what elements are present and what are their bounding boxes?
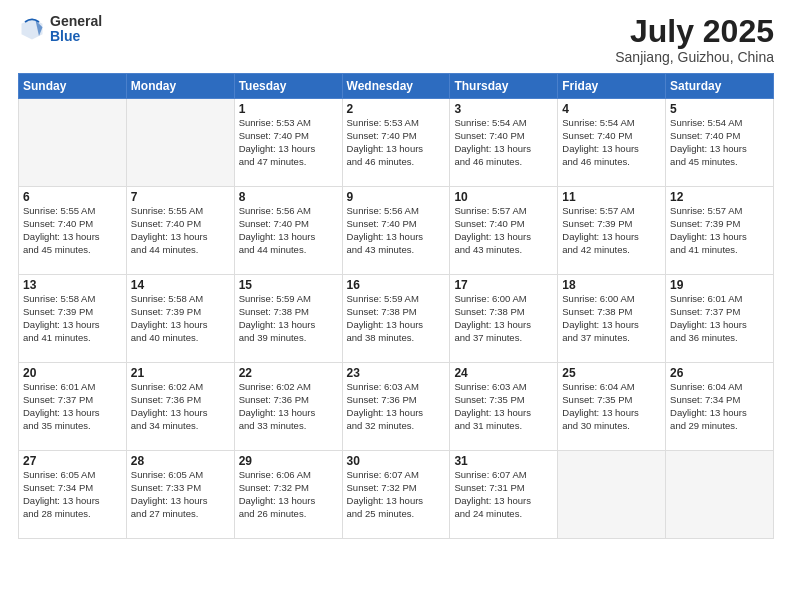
day-info: Sunrise: 5:55 AM Sunset: 7:40 PM Dayligh…: [131, 205, 230, 256]
day-info: Sunrise: 5:53 AM Sunset: 7:40 PM Dayligh…: [239, 117, 338, 168]
day-cell: 4Sunrise: 5:54 AM Sunset: 7:40 PM Daylig…: [558, 99, 666, 187]
day-number: 16: [347, 278, 446, 292]
day-cell: 3Sunrise: 5:54 AM Sunset: 7:40 PM Daylig…: [450, 99, 558, 187]
day-number: 19: [670, 278, 769, 292]
day-number: 31: [454, 454, 553, 468]
day-number: 23: [347, 366, 446, 380]
day-info: Sunrise: 5:58 AM Sunset: 7:39 PM Dayligh…: [131, 293, 230, 344]
day-info: Sunrise: 6:00 AM Sunset: 7:38 PM Dayligh…: [454, 293, 553, 344]
day-number: 26: [670, 366, 769, 380]
day-number: 27: [23, 454, 122, 468]
day-cell: 22Sunrise: 6:02 AM Sunset: 7:36 PM Dayli…: [234, 363, 342, 451]
col-sunday: Sunday: [19, 74, 127, 99]
col-thursday: Thursday: [450, 74, 558, 99]
day-cell: 2Sunrise: 5:53 AM Sunset: 7:40 PM Daylig…: [342, 99, 450, 187]
col-saturday: Saturday: [666, 74, 774, 99]
day-cell: 21Sunrise: 6:02 AM Sunset: 7:36 PM Dayli…: [126, 363, 234, 451]
day-cell: 14Sunrise: 5:58 AM Sunset: 7:39 PM Dayli…: [126, 275, 234, 363]
day-cell: 7Sunrise: 5:55 AM Sunset: 7:40 PM Daylig…: [126, 187, 234, 275]
day-info: Sunrise: 6:07 AM Sunset: 7:31 PM Dayligh…: [454, 469, 553, 520]
day-info: Sunrise: 6:05 AM Sunset: 7:34 PM Dayligh…: [23, 469, 122, 520]
day-number: 28: [131, 454, 230, 468]
day-info: Sunrise: 5:53 AM Sunset: 7:40 PM Dayligh…: [347, 117, 446, 168]
day-cell: 17Sunrise: 6:00 AM Sunset: 7:38 PM Dayli…: [450, 275, 558, 363]
week-row-3: 13Sunrise: 5:58 AM Sunset: 7:39 PM Dayli…: [19, 275, 774, 363]
day-number: 21: [131, 366, 230, 380]
day-number: 9: [347, 190, 446, 204]
month-title: July 2025: [615, 14, 774, 49]
day-number: 1: [239, 102, 338, 116]
day-number: 14: [131, 278, 230, 292]
day-number: 5: [670, 102, 769, 116]
day-number: 4: [562, 102, 661, 116]
day-cell: 26Sunrise: 6:04 AM Sunset: 7:34 PM Dayli…: [666, 363, 774, 451]
col-wednesday: Wednesday: [342, 74, 450, 99]
day-number: 17: [454, 278, 553, 292]
day-cell: [666, 451, 774, 539]
title-block: July 2025 Sanjiang, Guizhou, China: [615, 14, 774, 65]
col-monday: Monday: [126, 74, 234, 99]
day-number: 30: [347, 454, 446, 468]
day-info: Sunrise: 6:06 AM Sunset: 7:32 PM Dayligh…: [239, 469, 338, 520]
day-number: 12: [670, 190, 769, 204]
header: General Blue July 2025 Sanjiang, Guizhou…: [18, 14, 774, 65]
day-number: 11: [562, 190, 661, 204]
logo-general: General: [50, 14, 102, 29]
day-info: Sunrise: 5:59 AM Sunset: 7:38 PM Dayligh…: [239, 293, 338, 344]
day-info: Sunrise: 5:56 AM Sunset: 7:40 PM Dayligh…: [239, 205, 338, 256]
week-row-5: 27Sunrise: 6:05 AM Sunset: 7:34 PM Dayli…: [19, 451, 774, 539]
day-cell: 23Sunrise: 6:03 AM Sunset: 7:36 PM Dayli…: [342, 363, 450, 451]
day-info: Sunrise: 5:58 AM Sunset: 7:39 PM Dayligh…: [23, 293, 122, 344]
day-info: Sunrise: 5:59 AM Sunset: 7:38 PM Dayligh…: [347, 293, 446, 344]
day-cell: 16Sunrise: 5:59 AM Sunset: 7:38 PM Dayli…: [342, 275, 450, 363]
day-info: Sunrise: 6:07 AM Sunset: 7:32 PM Dayligh…: [347, 469, 446, 520]
day-cell: 20Sunrise: 6:01 AM Sunset: 7:37 PM Dayli…: [19, 363, 127, 451]
day-cell: 28Sunrise: 6:05 AM Sunset: 7:33 PM Dayli…: [126, 451, 234, 539]
day-number: 6: [23, 190, 122, 204]
day-info: Sunrise: 5:54 AM Sunset: 7:40 PM Dayligh…: [670, 117, 769, 168]
day-number: 29: [239, 454, 338, 468]
week-row-1: 1Sunrise: 5:53 AM Sunset: 7:40 PM Daylig…: [19, 99, 774, 187]
col-friday: Friday: [558, 74, 666, 99]
day-cell: 1Sunrise: 5:53 AM Sunset: 7:40 PM Daylig…: [234, 99, 342, 187]
day-info: Sunrise: 6:04 AM Sunset: 7:34 PM Dayligh…: [670, 381, 769, 432]
logo: General Blue: [18, 14, 102, 45]
day-number: 22: [239, 366, 338, 380]
day-cell: 13Sunrise: 5:58 AM Sunset: 7:39 PM Dayli…: [19, 275, 127, 363]
day-cell: 24Sunrise: 6:03 AM Sunset: 7:35 PM Dayli…: [450, 363, 558, 451]
day-info: Sunrise: 6:00 AM Sunset: 7:38 PM Dayligh…: [562, 293, 661, 344]
day-info: Sunrise: 6:01 AM Sunset: 7:37 PM Dayligh…: [23, 381, 122, 432]
day-number: 10: [454, 190, 553, 204]
day-cell: 12Sunrise: 5:57 AM Sunset: 7:39 PM Dayli…: [666, 187, 774, 275]
day-info: Sunrise: 6:05 AM Sunset: 7:33 PM Dayligh…: [131, 469, 230, 520]
day-number: 25: [562, 366, 661, 380]
day-cell: 10Sunrise: 5:57 AM Sunset: 7:40 PM Dayli…: [450, 187, 558, 275]
logo-text: General Blue: [50, 14, 102, 45]
week-row-2: 6Sunrise: 5:55 AM Sunset: 7:40 PM Daylig…: [19, 187, 774, 275]
day-number: 13: [23, 278, 122, 292]
day-cell: 8Sunrise: 5:56 AM Sunset: 7:40 PM Daylig…: [234, 187, 342, 275]
day-cell: 25Sunrise: 6:04 AM Sunset: 7:35 PM Dayli…: [558, 363, 666, 451]
day-info: Sunrise: 6:03 AM Sunset: 7:35 PM Dayligh…: [454, 381, 553, 432]
day-cell: 15Sunrise: 5:59 AM Sunset: 7:38 PM Dayli…: [234, 275, 342, 363]
day-info: Sunrise: 6:01 AM Sunset: 7:37 PM Dayligh…: [670, 293, 769, 344]
header-row: Sunday Monday Tuesday Wednesday Thursday…: [19, 74, 774, 99]
page: General Blue July 2025 Sanjiang, Guizhou…: [0, 0, 792, 612]
day-number: 7: [131, 190, 230, 204]
day-cell: [126, 99, 234, 187]
day-info: Sunrise: 5:55 AM Sunset: 7:40 PM Dayligh…: [23, 205, 122, 256]
day-cell: 31Sunrise: 6:07 AM Sunset: 7:31 PM Dayli…: [450, 451, 558, 539]
day-number: 18: [562, 278, 661, 292]
day-info: Sunrise: 5:54 AM Sunset: 7:40 PM Dayligh…: [562, 117, 661, 168]
day-info: Sunrise: 6:02 AM Sunset: 7:36 PM Dayligh…: [131, 381, 230, 432]
day-info: Sunrise: 5:54 AM Sunset: 7:40 PM Dayligh…: [454, 117, 553, 168]
day-info: Sunrise: 5:57 AM Sunset: 7:40 PM Dayligh…: [454, 205, 553, 256]
logo-icon: [18, 15, 46, 43]
day-number: 24: [454, 366, 553, 380]
location-subtitle: Sanjiang, Guizhou, China: [615, 49, 774, 65]
day-info: Sunrise: 6:02 AM Sunset: 7:36 PM Dayligh…: [239, 381, 338, 432]
week-row-4: 20Sunrise: 6:01 AM Sunset: 7:37 PM Dayli…: [19, 363, 774, 451]
day-cell: 19Sunrise: 6:01 AM Sunset: 7:37 PM Dayli…: [666, 275, 774, 363]
day-number: 8: [239, 190, 338, 204]
day-number: 20: [23, 366, 122, 380]
